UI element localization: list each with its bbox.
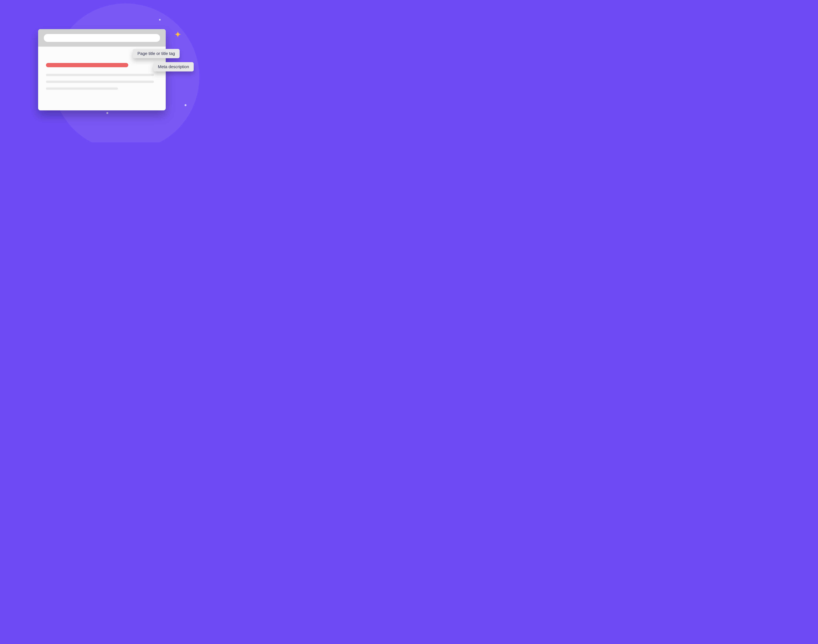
browser-window bbox=[38, 29, 166, 110]
decorative-dot bbox=[184, 104, 187, 106]
callout-label: Page title or title tag bbox=[137, 51, 175, 56]
meta-description-line bbox=[46, 74, 154, 76]
decorative-dot bbox=[106, 112, 108, 114]
decorative-dot bbox=[159, 19, 161, 21]
page-title-bar bbox=[46, 63, 128, 67]
callout-meta-description: Meta description bbox=[153, 62, 194, 72]
browser-header bbox=[38, 29, 166, 47]
callout-label: Meta description bbox=[158, 64, 189, 69]
sparkle-icon bbox=[175, 31, 181, 38]
meta-description-line bbox=[46, 87, 118, 90]
meta-description-line bbox=[46, 81, 154, 83]
callout-title-tag: Page title or title tag bbox=[133, 49, 180, 58]
url-bar bbox=[44, 34, 160, 42]
